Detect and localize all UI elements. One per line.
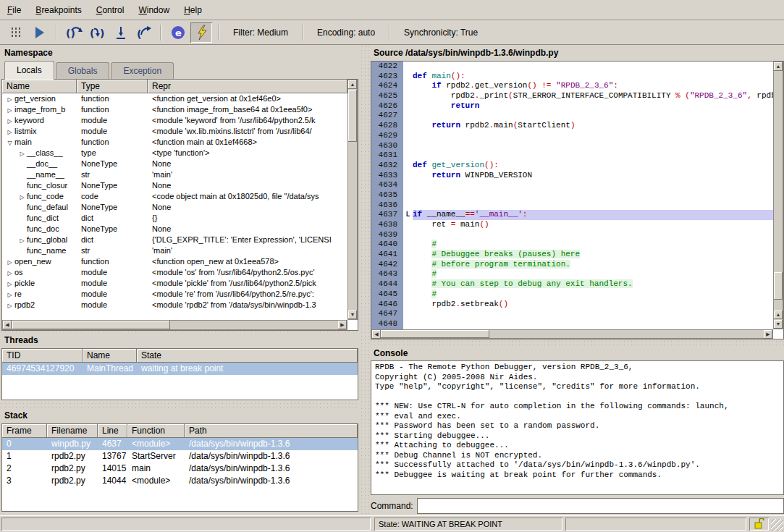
column-header-tid[interactable]: TID [2, 349, 83, 363]
namespace-row[interactable]: func_defaulNoneTypeNone [2, 202, 347, 213]
line-number[interactable]: 4628 [371, 121, 403, 131]
source-line[interactable]: 4642 # before program termination. [371, 260, 773, 270]
breakpoint-margin[interactable] [403, 240, 413, 250]
expand-icon[interactable]: ▷ [5, 94, 14, 104]
stack-frame-row[interactable]: 3rpdb2.py14044<module>/data/sys/bin/winp… [2, 475, 358, 487]
breakpoint-margin[interactable] [403, 62, 413, 72]
line-number[interactable]: 4640 [371, 240, 403, 250]
menu-item-help[interactable]: Help [177, 1, 209, 19]
scroll-left-icon[interactable]: ◀ [372, 330, 381, 339]
namespace-vscrollbar[interactable]: ▲ ▼ [347, 80, 358, 320]
breakpoint-margin[interactable] [403, 141, 413, 151]
tab-locals[interactable]: Locals [4, 61, 54, 80]
source-code[interactable]: 46224623def main():4624 if rpdb2.get_ver… [371, 62, 773, 329]
expand-icon[interactable]: ▷ [5, 105, 14, 115]
breakpoint-margin[interactable] [403, 260, 413, 270]
column-header-frame[interactable]: Frame [2, 424, 47, 438]
breakpoint-margin[interactable] [403, 250, 413, 260]
source-line[interactable]: 4627 [371, 111, 773, 121]
horizontal-splitter[interactable] [0, 330, 360, 335]
column-header-type[interactable]: Type [77, 80, 148, 93]
scroll-up-icon[interactable]: ▲ [348, 80, 357, 89]
command-input[interactable] [417, 498, 784, 514]
breakpoint-margin[interactable] [403, 200, 413, 211]
breakpoint-margin[interactable] [403, 220, 413, 230]
scroll-down-icon[interactable]: ▼ [774, 320, 783, 329]
expand-icon[interactable]: ▷ [5, 290, 14, 300]
namespace-row[interactable]: func_namestr'main' [2, 245, 347, 256]
tab-exception[interactable]: Exception [111, 62, 174, 80]
line-number[interactable]: 4638 [371, 220, 403, 230]
scroll-up-icon[interactable]: ▲ [774, 311, 783, 319]
expand-icon[interactable]: ▷ [17, 235, 27, 245]
column-header-filename[interactable]: Filename [47, 424, 98, 438]
breakpoint-margin[interactable] [403, 190, 413, 200]
scroll-right-icon[interactable]: ▶ [764, 330, 772, 339]
column-header-name[interactable]: Name [83, 349, 137, 363]
go-button[interactable] [28, 22, 50, 43]
source-line[interactable]: 4625 rpdb2._print(STR_ERROR_INTERFACE_CO… [371, 91, 773, 101]
source-line[interactable]: 4638 ret = main() [371, 220, 773, 230]
line-number[interactable]: 4645 [371, 290, 403, 300]
source-line[interactable]: 4645 # [371, 290, 773, 300]
line-number[interactable]: 4624 [371, 81, 403, 91]
line-number[interactable]: 4627 [371, 111, 403, 121]
source-line[interactable]: 4622 [371, 62, 773, 72]
source-line[interactable]: 4628 return rpdb2.main(StartClient) [371, 121, 773, 131]
column-header-path[interactable]: Path [185, 424, 358, 438]
expand-icon[interactable]: ▷ [5, 300, 14, 311]
namespace-row[interactable]: func_dictdict{} [2, 213, 347, 224]
source-line[interactable]: 4648 [371, 319, 773, 329]
column-header-name[interactable]: Name [2, 80, 77, 93]
source-line[interactable]: 4635 [371, 190, 773, 200]
scroll-right-icon[interactable]: ▶ [338, 321, 347, 329]
scrollbar-thumb[interactable] [348, 90, 357, 142]
expand-icon[interactable]: ▷ [5, 127, 14, 137]
column-header-repr[interactable]: Repr [148, 80, 347, 93]
breakpoint-margin[interactable] [403, 171, 413, 181]
line-number[interactable]: 4625 [371, 91, 403, 101]
synchronicity-label[interactable]: Synchronicity: True [395, 28, 486, 38]
breakpoint-margin[interactable] [403, 309, 413, 319]
source-line[interactable]: 4626 return [371, 101, 773, 111]
line-number[interactable]: 4630 [371, 141, 403, 151]
break-button[interactable] [5, 22, 27, 43]
encoding-label[interactable]: Encoding: auto [308, 28, 384, 38]
source-vscrollbar[interactable]: ▲ ▲ ▼ [773, 62, 783, 329]
namespace-row[interactable]: ▷remodule<module 're' from '/usr/lib64/p… [2, 289, 347, 300]
breakpoint-margin[interactable] [403, 269, 413, 279]
expand-icon[interactable]: ▷ [5, 116, 14, 126]
namespace-hscrollbar[interactable]: ◀ ▶ [2, 320, 347, 330]
stack-frame-row[interactable]: 1rpdb2.py13767StartServer/data/sys/bin/w… [2, 450, 358, 463]
scroll-left-icon[interactable]: ◀ [3, 321, 12, 329]
breakpoint-margin[interactable] [403, 319, 413, 329]
line-number[interactable]: 4623 [371, 72, 403, 82]
source-line[interactable]: 4634 [371, 180, 773, 190]
stack-frame-row[interactable]: 2rpdb2.py14015main/data/sys/bin/winpdb-1… [2, 463, 358, 475]
scroll-down-icon[interactable]: ▼ [348, 311, 357, 319]
line-number[interactable]: 4633 [371, 171, 403, 181]
tab-globals[interactable]: Globals [56, 62, 110, 80]
source-line[interactable]: 4632def get_version(): [371, 161, 773, 171]
synchronicity-button[interactable] [190, 22, 212, 43]
breakpoint-margin[interactable] [403, 151, 413, 161]
column-header-line[interactable]: Line [98, 424, 127, 438]
namespace-row[interactable]: ▷open_newfunction<function open_new at 0… [2, 256, 347, 267]
line-number[interactable]: 4646 [371, 300, 403, 310]
breakpoint-margin[interactable] [403, 131, 413, 141]
filter-label[interactable]: Filter: Medium [224, 28, 297, 38]
line-number[interactable]: 4626 [371, 101, 403, 111]
breakpoint-margin[interactable] [403, 180, 413, 190]
line-number[interactable]: 4622 [371, 62, 403, 72]
menu-item-breakpoints[interactable]: Breakpoints [28, 1, 88, 19]
namespace-row[interactable]: func_docNoneTypeNone [2, 224, 347, 235]
breakpoint-margin[interactable] [403, 101, 413, 111]
menu-item-file[interactable]: File [0, 1, 28, 19]
source-line[interactable]: 4640 # [371, 240, 773, 250]
line-number[interactable]: 4636 [371, 200, 403, 211]
expand-icon[interactable]: ▷ [17, 192, 27, 202]
column-header-state[interactable]: State [137, 349, 358, 363]
source-line[interactable]: 4646 rpdb2.setbreak() [371, 300, 773, 310]
namespace-row[interactable]: ▷get_versionfunction<function get_versio… [2, 93, 347, 104]
stack-frame-row[interactable]: 0winpdb.py4637<module>/data/sys/bin/winp… [2, 438, 358, 450]
